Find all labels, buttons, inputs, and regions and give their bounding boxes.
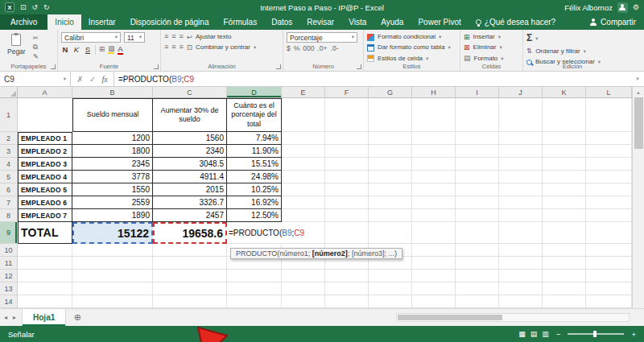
- in-cell-formula[interactable]: =PRODUCTO(B9;C9: [227, 222, 306, 243]
- bold-button[interactable]: N: [61, 45, 69, 54]
- cell-L2[interactable]: [586, 132, 632, 145]
- cell-C11[interactable]: [153, 257, 227, 270]
- cell-C13[interactable]: [153, 282, 227, 295]
- cell-H8[interactable]: [412, 209, 456, 222]
- wrap-text-button[interactable]: ↩ Ajustar texto: [187, 33, 256, 41]
- cell-F7[interactable]: [325, 196, 369, 209]
- cell-J12[interactable]: [499, 270, 543, 282]
- row-header-4[interactable]: 4: [0, 158, 18, 171]
- cell-B10[interactable]: [72, 244, 153, 257]
- align-right-icon[interactable]: ≡: [180, 43, 184, 51]
- cell-A3[interactable]: EMPLEADO 2: [18, 145, 72, 158]
- tab-disposicion-de-pagina[interactable]: Disposición de página: [123, 14, 217, 30]
- align-middle-icon[interactable]: ≡: [171, 32, 175, 40]
- cell-D8[interactable]: 12.50%: [227, 209, 282, 222]
- collapse-formula-bar-icon[interactable]: ▾: [631, 72, 644, 86]
- format-as-table-button[interactable]: Dar formato como tabla ▾: [367, 43, 451, 52]
- cell-D5[interactable]: 24.98%: [227, 171, 282, 183]
- cell-B6[interactable]: 1550: [72, 183, 153, 196]
- font-name-select[interactable]: Calibri ▾: [61, 32, 121, 43]
- insert-function-icon[interactable]: fx: [102, 75, 108, 84]
- spreadsheet[interactable]: ABCDEFGHIJKL 1Sueldo mensualAumentar 30%…: [0, 87, 632, 308]
- cell-D4[interactable]: 15.51%: [227, 158, 282, 171]
- cell-C4[interactable]: 3048.5: [153, 158, 227, 171]
- conditional-formatting-button[interactable]: Formato condicional ▾: [367, 33, 451, 41]
- cell-G1[interactable]: [369, 98, 412, 132]
- font-size-select[interactable]: 11 ▾: [124, 32, 145, 43]
- cell-C8[interactable]: 2457: [153, 209, 227, 222]
- cell-E7[interactable]: [282, 196, 325, 209]
- cell-A2[interactable]: EMPLEADO 1: [18, 132, 72, 145]
- cell-C7[interactable]: 3326.7: [153, 196, 227, 209]
- scroll-up-icon[interactable]: ▴: [637, 87, 639, 97]
- cell-H7[interactable]: [412, 196, 456, 209]
- cell-D12[interactable]: [227, 270, 282, 282]
- cell-D13[interactable]: [227, 282, 282, 295]
- column-header-F[interactable]: F: [325, 87, 369, 98]
- cell-B2[interactable]: 1200: [72, 132, 153, 145]
- cell-K7[interactable]: [543, 196, 586, 209]
- zoom-slider[interactable]: [568, 333, 624, 335]
- column-header-E[interactable]: E: [282, 87, 325, 98]
- cell-C1[interactable]: Aumentar 30% de sueldo: [153, 98, 227, 132]
- cell-A8[interactable]: EMPLEADO 7: [18, 209, 72, 222]
- sort-filter-button[interactable]: ⇅ Ordenar y filtrar ▾: [526, 47, 601, 56]
- increase-decimal-icon[interactable]: .0+: [317, 45, 327, 52]
- cell-H11[interactable]: [412, 257, 456, 270]
- row-header-2[interactable]: 2: [0, 132, 18, 145]
- cell-L4[interactable]: [586, 158, 632, 171]
- cell-B1[interactable]: Sueldo mensual: [72, 98, 153, 132]
- cell-I14[interactable]: [456, 295, 499, 308]
- cell-L5[interactable]: [586, 171, 632, 183]
- cell-B13[interactable]: [72, 282, 153, 295]
- cell-I12[interactable]: [456, 270, 499, 282]
- number-format-select[interactable]: Porcentaje ▾: [287, 32, 357, 43]
- select-all-button[interactable]: [0, 87, 18, 98]
- cell-I4[interactable]: [456, 158, 499, 171]
- cell-G14[interactable]: [369, 295, 412, 308]
- format-painter-icon[interactable]: ✎: [33, 53, 39, 60]
- next-sheet-icon[interactable]: ▸: [13, 314, 16, 321]
- row-header-7[interactable]: 7: [0, 196, 18, 209]
- cell-H10[interactable]: [412, 244, 456, 257]
- italic-button[interactable]: K: [72, 45, 80, 54]
- tab-revisar[interactable]: Revisar: [299, 14, 341, 30]
- cell-G3[interactable]: [369, 145, 412, 158]
- paste-button[interactable]: Pegar: [3, 32, 30, 57]
- delete-cells-button[interactable]: ⊠ Eliminar ▾: [464, 43, 504, 52]
- column-header-I[interactable]: I: [456, 87, 499, 98]
- cancel-icon[interactable]: ✗: [76, 75, 83, 84]
- cell-F3[interactable]: [325, 145, 369, 158]
- row-header-6[interactable]: 6: [0, 183, 18, 196]
- cell-E8[interactable]: [282, 209, 325, 222]
- cell-H3[interactable]: [412, 145, 456, 158]
- vertical-scrollbar[interactable]: ▴: [632, 87, 644, 308]
- cell-G5[interactable]: [369, 171, 412, 183]
- cut-icon[interactable]: ✂: [33, 35, 39, 42]
- currency-format-icon[interactable]: $: [287, 45, 291, 52]
- new-sheet-button[interactable]: ⊕: [72, 312, 83, 323]
- cell-J9[interactable]: [499, 222, 543, 244]
- cell-F12[interactable]: [325, 270, 369, 282]
- share-button[interactable]: Compartir: [581, 14, 644, 30]
- cell-L6[interactable]: [586, 183, 632, 196]
- cell-K10[interactable]: [543, 244, 586, 257]
- cell-K14[interactable]: [543, 295, 586, 308]
- undo-icon[interactable]: ↺: [32, 4, 39, 11]
- autosum-button[interactable]: Σ ▾: [526, 32, 601, 45]
- comma-style-icon[interactable]: 000: [303, 45, 314, 52]
- cell-F4[interactable]: [325, 158, 369, 171]
- cell-D2[interactable]: 7.94%: [227, 132, 282, 145]
- cell-E2[interactable]: [282, 132, 325, 145]
- cell-F13[interactable]: [325, 282, 369, 295]
- cell-I9[interactable]: [456, 222, 499, 244]
- row-header-8[interactable]: 8: [0, 209, 18, 222]
- cell-A9[interactable]: TOTAL: [18, 222, 72, 244]
- cell-F14[interactable]: [325, 295, 369, 308]
- horizontal-scrollbar[interactable]: [396, 313, 630, 322]
- cell-D6[interactable]: 10.25%: [227, 183, 282, 196]
- cell-C10[interactable]: [153, 244, 227, 257]
- page-break-view-icon[interactable]: ▥: [542, 330, 549, 338]
- cell-A4[interactable]: EMPLEADO 3: [18, 158, 72, 171]
- cell-D9[interactable]: =PRODUCTO(B9;C9: [227, 222, 282, 244]
